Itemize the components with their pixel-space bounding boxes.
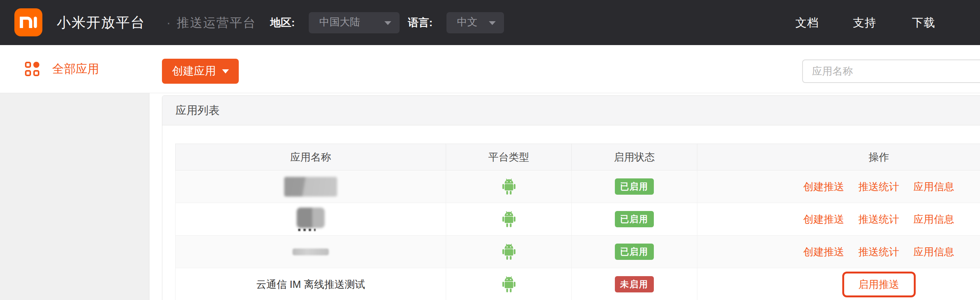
platform-cell <box>446 268 572 300</box>
android-icon <box>446 179 571 195</box>
all-apps-label: 全部应用 <box>52 61 99 77</box>
left-sidebar <box>0 93 150 300</box>
status-badge: 已启用 <box>615 211 654 227</box>
actions-cell: 启用推送 <box>697 268 980 300</box>
table-row: 已启用 创建推送 推送统计 应用信息 <box>175 171 980 203</box>
app-name-cell <box>175 203 446 236</box>
status-cell: 未启用 <box>572 268 697 300</box>
app-info-link[interactable]: 应用信息 <box>913 246 954 258</box>
table-row: 已启用 创建推送 推送统计 应用信息 <box>175 203 980 236</box>
region-value: 中国大陆 <box>319 16 360 28</box>
redacted-app-name <box>298 229 315 231</box>
push-stats-link[interactable]: 推送统计 <box>859 181 899 192</box>
col-header-status: 启用状态 <box>572 144 697 171</box>
region-label: 地区: <box>270 0 295 45</box>
language-select[interactable]: 中文 <box>447 12 504 34</box>
app-list-panel: 应用列表 应用名称 平台类型 启用状态 操作 <box>162 96 980 300</box>
redacted-app-name <box>293 249 329 255</box>
table-row: 云通信 IM 离线推送测试 <box>175 268 980 300</box>
nav-link-download[interactable]: 下载 <box>912 0 935 45</box>
app-table: 应用名称 平台类型 启用状态 操作 <box>175 144 980 300</box>
create-app-button[interactable]: 创建应用 <box>162 59 239 84</box>
col-header-actions: 操作 <box>697 144 980 171</box>
create-push-link[interactable]: 创建推送 <box>803 214 844 225</box>
table-row: 已启用 创建推送 推送统计 应用信息 <box>175 236 980 268</box>
create-push-link[interactable]: 创建推送 <box>803 246 844 258</box>
app-name-cell <box>175 171 446 203</box>
nav-link-docs[interactable]: 文档 <box>795 0 819 45</box>
status-cell: 已启用 <box>572 171 697 203</box>
app-name-search-input[interactable] <box>802 59 980 83</box>
actions-cell: 创建推送 推送统计 应用信息 <box>697 171 980 203</box>
language-value: 中文 <box>457 16 477 28</box>
page-title: 小米开放平台 <box>57 0 145 45</box>
platform-cell <box>446 171 572 203</box>
toolbar: 全部应用 创建应用 <box>0 45 980 93</box>
language-label: 语言: <box>408 0 433 45</box>
highlight-annotation-box: 启用推送 <box>842 271 916 297</box>
redacted-app-name <box>284 177 337 196</box>
app-info-link[interactable]: 应用信息 <box>913 181 954 192</box>
status-cell: 已启用 <box>572 236 697 268</box>
panel-title: 应用列表 <box>162 96 980 125</box>
status-cell: 已启用 <box>572 203 697 236</box>
status-badge: 未启用 <box>615 276 654 292</box>
col-header-app-name: 应用名称 <box>175 144 446 171</box>
redacted-app-name <box>297 207 325 228</box>
create-push-link[interactable]: 创建推送 <box>803 181 844 192</box>
app-info-link[interactable]: 应用信息 <box>913 214 954 225</box>
chevron-down-icon <box>385 21 391 25</box>
table-header-row: 应用名称 平台类型 启用状态 操作 <box>175 144 980 171</box>
android-icon <box>446 211 571 228</box>
app-name-cell: 云通信 IM 离线推送测试 <box>175 268 446 300</box>
chevron-down-icon <box>222 69 229 73</box>
status-badge: 已启用 <box>615 244 654 260</box>
xiaomi-logo[interactable] <box>14 8 42 37</box>
region-select[interactable]: 中国大陆 <box>309 12 399 34</box>
push-stats-link[interactable]: 推送统计 <box>859 246 899 258</box>
actions-cell: 创建推送 推送统计 应用信息 <box>697 236 980 268</box>
android-icon <box>446 276 571 293</box>
chevron-down-icon <box>489 21 496 25</box>
android-icon <box>446 244 571 260</box>
apps-grid-icon <box>25 62 39 76</box>
actions-cell: 创建推送 推送统计 应用信息 <box>697 203 980 236</box>
app-name-cell <box>175 236 446 268</box>
page-subtitle: ·推送运营平台 <box>167 0 256 45</box>
nav-link-support[interactable]: 支持 <box>853 0 876 45</box>
col-header-platform: 平台类型 <box>446 144 572 171</box>
platform-cell <box>446 236 572 268</box>
platform-cell <box>446 203 572 236</box>
top-header: 小米开放平台 ·推送运营平台 地区: 中国大陆 语言: 中文 文档 支持 下载 <box>0 0 980 45</box>
title-separator: · <box>167 16 172 30</box>
push-stats-link[interactable]: 推送统计 <box>859 214 899 225</box>
sidebar-item-all-apps[interactable]: 全部应用 <box>25 45 99 93</box>
enable-push-link[interactable]: 启用推送 <box>859 279 899 290</box>
app-table-wrap: 应用名称 平台类型 启用状态 操作 <box>175 144 980 300</box>
status-badge: 已启用 <box>615 179 654 195</box>
